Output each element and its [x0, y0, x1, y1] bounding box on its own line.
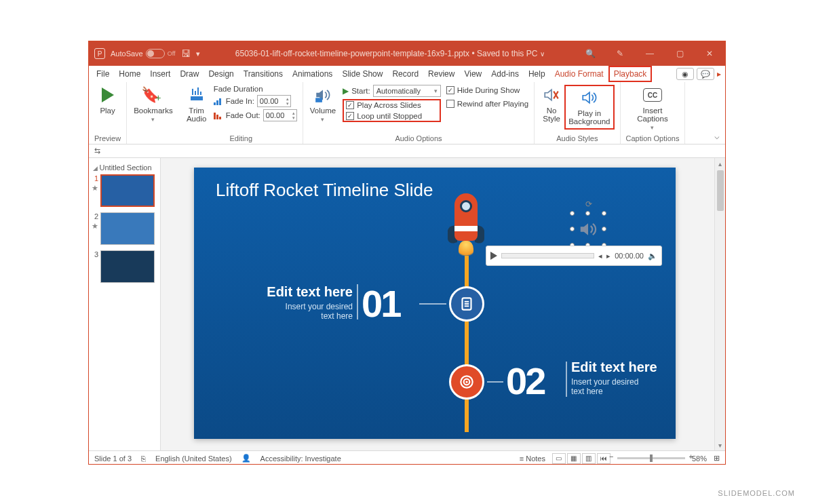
- app-window: P AutoSave Off 🖫 ▾ 65036-01-lift-off-roc…: [88, 41, 726, 465]
- window-title: 65036-01-lift-off-rocket-timeline-powerp…: [200, 49, 580, 58]
- collapse-ribbon-icon[interactable]: ⌵: [714, 131, 720, 141]
- camera-button[interactable]: ◉: [676, 68, 694, 80]
- view-slideshow[interactable]: ⏮: [597, 453, 610, 464]
- captions-icon: CC: [642, 85, 663, 105]
- tab-playback[interactable]: Playback: [608, 66, 653, 82]
- fade-duration-label: Fade Duration: [214, 85, 297, 93]
- search-icon[interactable]: 🔍: [580, 49, 600, 58]
- tab-review[interactable]: Review: [423, 66, 459, 82]
- notes-button[interactable]: ≡ Notes: [520, 454, 545, 463]
- audio-volume-icon[interactable]: 🔈: [648, 252, 657, 260]
- number-02: 02: [506, 359, 544, 403]
- tab-home[interactable]: Home: [114, 66, 145, 82]
- tab-help[interactable]: Help: [524, 66, 550, 82]
- no-style-icon: [541, 85, 562, 105]
- tab-animations[interactable]: Animations: [288, 66, 337, 82]
- number-01: 01: [362, 282, 400, 326]
- trim-icon: [187, 85, 207, 105]
- hide-during-show-checkbox[interactable]: ✓Hide During Show: [446, 86, 528, 94]
- bookmark-icon: 🔖+: [143, 85, 163, 105]
- tab-view[interactable]: View: [459, 66, 486, 82]
- tab-audio-format[interactable]: Audio Format: [550, 66, 608, 82]
- rewind-after-playing-checkbox[interactable]: Rewind after Playing: [446, 100, 528, 108]
- animation-star-icon: ★: [92, 222, 98, 231]
- no-style-button[interactable]: No Style: [540, 85, 563, 130]
- audio-play-icon[interactable]: [490, 252, 497, 260]
- tab-addins[interactable]: Add-ins: [486, 66, 524, 82]
- close-button[interactable]: ✕: [699, 49, 720, 58]
- language-status[interactable]: English (United States): [155, 454, 232, 463]
- pen-icon[interactable]: ✎: [610, 49, 630, 58]
- view-sorter[interactable]: ▦: [567, 453, 581, 464]
- toggle-icon: [146, 49, 165, 58]
- audio-object-selected[interactable]: ⟳ ✥: [572, 213, 604, 246]
- svg-rect-3: [315, 98, 322, 102]
- save-icon[interactable]: 🖫: [181, 48, 191, 59]
- section-header[interactable]: Untitled Section: [92, 162, 157, 174]
- tab-draw[interactable]: Draw: [175, 66, 204, 82]
- tab-design[interactable]: Design: [204, 66, 238, 82]
- fade-out-input[interactable]: 00.00: [263, 109, 297, 121]
- volume-button[interactable]: Volume ▾: [309, 85, 337, 123]
- play-across-slides-checkbox[interactable]: ✓Play Across Slides: [346, 101, 437, 109]
- thumb-2[interactable]: 2 ★: [92, 212, 157, 245]
- comments-button[interactable]: 💬: [697, 68, 714, 80]
- slide-panel: Untitled Section 1 ★ 2 ★ 3: [89, 158, 161, 450]
- autosave-label: AutoSave: [111, 50, 143, 58]
- accessibility-status[interactable]: Accessibility: Investigate: [260, 454, 341, 463]
- insert-captions-button[interactable]: CC Insert Captions ▾: [626, 85, 680, 131]
- group-label-preview: Preview: [94, 134, 121, 142]
- rotate-handle-icon[interactable]: ⟳: [585, 199, 592, 209]
- view-reading[interactable]: ▥: [582, 453, 596, 464]
- trim-audio-button[interactable]: Trim Audio: [185, 85, 208, 123]
- fade-in-label: Fade In:: [226, 97, 254, 105]
- more-tabs[interactable]: ▸: [717, 69, 722, 79]
- lang-icon[interactable]: ⎘: [141, 454, 146, 463]
- svg-rect-0: [191, 96, 203, 100]
- tab-transitions[interactable]: Transitions: [239, 66, 288, 82]
- autosave-toggle[interactable]: AutoSave Off: [111, 49, 176, 58]
- maximize-button[interactable]: ▢: [670, 49, 690, 58]
- audio-next-icon[interactable]: ▸: [606, 252, 610, 260]
- rocket-graphic: [445, 193, 487, 261]
- thumb-3[interactable]: 3: [92, 250, 157, 283]
- bookmarks-button[interactable]: 🔖+ Bookmarks ▾: [132, 85, 174, 123]
- play-button[interactable]: Play: [94, 85, 121, 115]
- tab-slideshow[interactable]: Slide Show: [337, 66, 387, 82]
- play-in-background-icon: [579, 88, 600, 108]
- loop-until-stopped-checkbox[interactable]: ✓Loop until Stopped: [346, 112, 437, 120]
- fit-to-window[interactable]: ⊞: [714, 454, 720, 463]
- start-dropdown[interactable]: Automatically▾: [373, 85, 441, 97]
- group-label-editing: Editing: [185, 134, 297, 142]
- fade-in-input[interactable]: 00.00: [257, 95, 291, 107]
- item2-heading: Edit text here: [571, 360, 657, 375]
- slide-canvas[interactable]: Liftoff Rocket Timeline Slide 01: [161, 158, 714, 450]
- audio-player[interactable]: ◂ ▸ 00:00.00 🔈: [486, 246, 662, 266]
- thumb-1[interactable]: 1 ★: [92, 174, 157, 207]
- speaker-icon: [572, 213, 604, 246]
- ribbon-tabs: File Home Insert Draw Design Transitions…: [89, 66, 725, 82]
- tab-file[interactable]: File: [92, 66, 114, 82]
- app-icon: P: [94, 48, 105, 59]
- audio-track[interactable]: [501, 253, 594, 258]
- item2-subtext: Insert your desired text here: [571, 377, 638, 396]
- vertical-scrollbar[interactable]: ▴ ▾: [714, 158, 725, 450]
- accessibility-icon[interactable]: 👤: [241, 454, 251, 463]
- slide-indicator: Slide 1 of 3: [94, 454, 132, 463]
- group-audio-options: Volume ▾ ▶ Start: Automatically▾ ✓Play A…: [303, 82, 535, 144]
- play-in-background-button[interactable]: Play in Background: [564, 85, 614, 130]
- svg-point-2: [197, 88, 198, 89]
- svg-point-7: [465, 381, 467, 383]
- minimize-button[interactable]: —: [640, 49, 660, 58]
- timeline-node-2: [449, 364, 484, 400]
- zoom-slider[interactable]: [617, 457, 685, 459]
- slide: Liftoff Rocket Timeline Slide 01: [194, 168, 676, 439]
- audio-time: 00:00.00: [615, 252, 644, 260]
- qat-overflow[interactable]: ⇆: [94, 147, 100, 155]
- audio-prev-icon[interactable]: ◂: [598, 252, 602, 260]
- tab-insert[interactable]: Insert: [145, 66, 175, 82]
- volume-icon: [313, 85, 333, 105]
- zoom-level[interactable]: 58%: [692, 454, 707, 463]
- view-normal[interactable]: ▭: [552, 453, 566, 464]
- tab-record[interactable]: Record: [387, 66, 423, 82]
